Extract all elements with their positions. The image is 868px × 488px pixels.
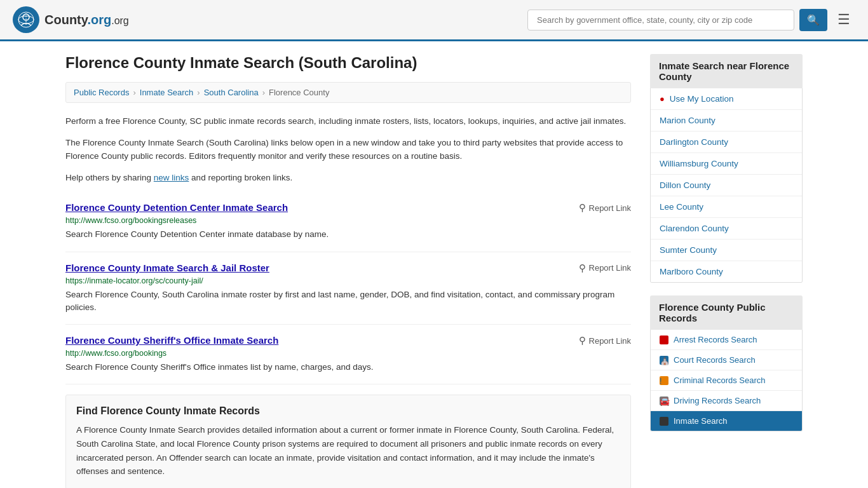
driving-records-link[interactable]: Driving Records Search bbox=[674, 396, 761, 405]
result-title-2[interactable]: Florence County Inmate Search & Jail Ros… bbox=[65, 262, 269, 273]
sidebar-item-use-location[interactable]: ● Use My Location bbox=[651, 88, 802, 110]
search-icon: 🔍 bbox=[807, 15, 820, 25]
result-header-3: Florence County Sheriff's Office Inmate … bbox=[65, 335, 631, 346]
result-item-3: Florence County Sheriff's Office Inmate … bbox=[65, 325, 631, 384]
result-item-2: Florence County Inmate Search & Jail Ros… bbox=[65, 252, 631, 325]
sidebar-item-arrest[interactable]: Arrest Records Search bbox=[651, 330, 802, 350]
page-title: Florence County Inmate Search (South Car… bbox=[65, 54, 631, 72]
menu-button[interactable]: ☰ bbox=[832, 10, 855, 29]
description-para2: The Florence County Inmate Search (South… bbox=[65, 136, 631, 163]
sidebar-item-criminal[interactable]: ! Criminal Records Search bbox=[651, 370, 802, 391]
description-para1: Perform a free Florence County, SC publi… bbox=[65, 114, 631, 128]
report-label-2: Report Link bbox=[589, 263, 631, 273]
marlboro-county-link[interactable]: Marlboro County bbox=[660, 267, 723, 276]
search-button[interactable]: 🔍 bbox=[799, 9, 827, 31]
sidebar-item-darlington[interactable]: Darlington County bbox=[651, 132, 802, 153]
inmate-search-link[interactable]: Inmate Search bbox=[674, 416, 728, 426]
desc-para3-prefix: Help others by sharing bbox=[65, 173, 154, 182]
sidebar-nearby-list: ● Use My Location Marion County Darlingt… bbox=[650, 88, 803, 283]
criminal-records-link[interactable]: Criminal Records Search bbox=[674, 376, 766, 385]
report-icon-2: ⚲ bbox=[579, 262, 586, 274]
report-link-3[interactable]: ⚲ Report Link bbox=[579, 335, 631, 346]
sidebar-item-marion[interactable]: Marion County bbox=[651, 110, 802, 132]
results-list: Florence County Detention Center Inmate … bbox=[65, 192, 631, 384]
clarendon-county-link[interactable]: Clarendon County bbox=[660, 224, 729, 233]
sidebar-records-section: Florence County Public Records Arrest Re… bbox=[650, 295, 803, 431]
darlington-county-link[interactable]: Darlington County bbox=[660, 137, 728, 147]
logo-area: County.org.org bbox=[13, 6, 129, 33]
breadcrumb-sep-1: › bbox=[133, 88, 135, 97]
sidebar-item-clarendon[interactable]: Clarendon County bbox=[651, 218, 802, 240]
use-my-location-link[interactable]: Use My Location bbox=[670, 94, 734, 104]
find-title: Find Florence County Inmate Records bbox=[76, 405, 620, 417]
sidebar-item-driving[interactable]: 🚘 Driving Records Search bbox=[651, 391, 802, 411]
logo-icon bbox=[13, 6, 39, 33]
result-header-1: Florence County Detention Center Inmate … bbox=[65, 202, 631, 214]
main-container: Florence County Inmate Search (South Car… bbox=[53, 41, 815, 488]
sidebar-item-court[interactable]: ⛪ Court Records Search bbox=[651, 350, 802, 370]
search-area: 🔍 ☰ bbox=[527, 9, 855, 31]
lee-county-link[interactable]: Lee County bbox=[660, 202, 703, 212]
result-desc-3: Search Florence County Sheriff's Office … bbox=[65, 361, 631, 374]
desc-para3-suffix: and reporting broken links. bbox=[189, 173, 292, 182]
williamsburg-county-link[interactable]: Williamsburg County bbox=[660, 159, 738, 168]
breadcrumb-south-carolina[interactable]: South Carolina bbox=[204, 88, 259, 97]
report-link-2[interactable]: ⚲ Report Link bbox=[579, 262, 631, 274]
hamburger-icon: ☰ bbox=[837, 11, 850, 27]
sidebar-item-lee[interactable]: Lee County bbox=[651, 196, 802, 218]
result-item-1: Florence County Detention Center Inmate … bbox=[65, 192, 631, 252]
inmate-search-icon bbox=[660, 417, 668, 426]
report-label-1: Report Link bbox=[589, 203, 631, 213]
logo-text: County.org.org bbox=[44, 13, 129, 27]
main-content: Florence County Inmate Search (South Car… bbox=[65, 54, 631, 488]
report-icon-3: ⚲ bbox=[579, 335, 586, 346]
new-links-link[interactable]: new links bbox=[154, 173, 189, 182]
criminal-records-icon: ! bbox=[660, 376, 668, 385]
sidebar-item-williamsburg[interactable]: Williamsburg County bbox=[651, 153, 802, 175]
search-input[interactable] bbox=[527, 10, 794, 30]
driving-records-icon: 🚘 bbox=[660, 396, 668, 405]
sidebar-item-marlboro[interactable]: Marlboro County bbox=[651, 261, 802, 282]
breadcrumb-sep-2: › bbox=[197, 88, 200, 97]
result-desc-1: Search Florence County Detention Center … bbox=[65, 228, 631, 241]
sidebar: Inmate Search near Florence County ● Use… bbox=[650, 54, 803, 488]
court-records-link[interactable]: Court Records Search bbox=[674, 355, 756, 365]
court-records-icon: ⛪ bbox=[660, 356, 668, 365]
report-label-3: Report Link bbox=[589, 336, 631, 346]
description-para3: Help others by sharing new links and rep… bbox=[65, 171, 631, 185]
location-pin-icon: ● bbox=[660, 94, 665, 104]
marion-county-link[interactable]: Marion County bbox=[660, 116, 715, 125]
breadcrumb-public-records[interactable]: Public Records bbox=[74, 88, 129, 97]
breadcrumb-sep-3: › bbox=[262, 88, 265, 97]
result-desc-2: Search Florence County, South Carolina i… bbox=[65, 288, 631, 315]
result-url-3: http://www.fcso.org/bookings bbox=[65, 349, 631, 358]
header: County.org.org 🔍 ☰ bbox=[0, 0, 868, 41]
sumter-county-link[interactable]: Sumter County bbox=[660, 245, 717, 255]
breadcrumb-florence-county: Florence County bbox=[269, 88, 329, 97]
sidebar-nearby-section: Inmate Search near Florence County ● Use… bbox=[650, 54, 803, 283]
result-header-2: Florence County Inmate Search & Jail Ros… bbox=[65, 262, 631, 274]
result-url-2: https://inmate-locator.org/sc/county-jai… bbox=[65, 276, 631, 285]
arrest-records-icon bbox=[660, 336, 668, 344]
find-desc: A Florence County Inmate Search provides… bbox=[76, 423, 620, 478]
result-title-3[interactable]: Florence County Sheriff's Office Inmate … bbox=[65, 335, 278, 346]
dillon-county-link[interactable]: Dillon County bbox=[660, 180, 710, 190]
sidebar-item-sumter[interactable]: Sumter County bbox=[651, 240, 802, 261]
result-title-1[interactable]: Florence County Detention Center Inmate … bbox=[65, 202, 288, 213]
report-link-1[interactable]: ⚲ Report Link bbox=[579, 202, 631, 214]
sidebar-records-header: Florence County Public Records bbox=[650, 295, 803, 330]
sidebar-item-inmate[interactable]: Inmate Search bbox=[651, 411, 802, 431]
breadcrumb: Public Records › Inmate Search › South C… bbox=[65, 82, 631, 103]
sidebar-item-dillon[interactable]: Dillon County bbox=[651, 175, 802, 196]
sidebar-nearby-header: Inmate Search near Florence County bbox=[650, 54, 803, 88]
result-url-1: http://www.fcso.org/bookingsreleases bbox=[65, 216, 631, 225]
sidebar-records-list: Arrest Records Search ⛪ Court Records Se… bbox=[650, 330, 803, 431]
find-section: Find Florence County Inmate Records A Fl… bbox=[65, 395, 631, 488]
report-icon-1: ⚲ bbox=[579, 202, 586, 214]
arrest-records-link[interactable]: Arrest Records Search bbox=[674, 335, 757, 344]
breadcrumb-inmate-search[interactable]: Inmate Search bbox=[140, 88, 194, 97]
